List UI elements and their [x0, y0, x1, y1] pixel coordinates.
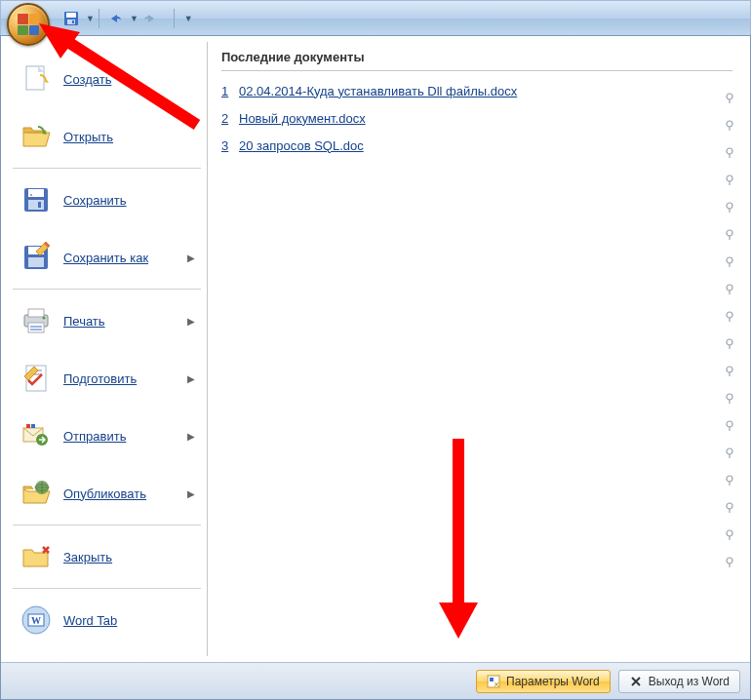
svg-text:W: W [31, 615, 41, 626]
pin-icon[interactable] [721, 139, 738, 167]
svg-rect-26 [26, 424, 30, 428]
menu-item-print[interactable]: Печать ▶ [10, 292, 204, 349]
menu-item-save-as[interactable]: Сохранить как ▶ [10, 229, 204, 286]
pin-icon[interactable] [721, 358, 738, 385]
svg-point-59 [727, 448, 732, 454]
svg-line-71 [60, 37, 197, 125]
office-menu: Создать Открыть Сохранить Сохранить как [0, 35, 751, 700]
prepare-icon [20, 363, 52, 394]
svg-point-18 [43, 317, 46, 320]
save-disk-icon [20, 184, 52, 215]
svg-point-35 [727, 121, 732, 127]
pin-icon[interactable] [721, 276, 738, 303]
publish-icon [20, 478, 52, 509]
print-icon [20, 305, 52, 336]
button-label: Выход из Word [649, 675, 730, 688]
svg-rect-9 [28, 200, 44, 210]
menu-item-prepare[interactable]: Подготовить ▶ [10, 350, 204, 407]
close-folder-icon [20, 541, 52, 572]
svg-point-33 [727, 94, 732, 99]
svg-point-37 [727, 148, 732, 154]
svg-point-57 [727, 421, 732, 427]
pin-icon[interactable] [721, 385, 738, 412]
svg-point-61 [727, 476, 732, 482]
menu-item-word-tab[interactable]: W Word Tab [10, 592, 204, 648]
svg-point-43 [727, 230, 732, 236]
window: ▼ ▼ ▼ Создать Открыть [0, 0, 751, 700]
recent-document-item[interactable]: 2 Новый документ.docx [221, 104, 732, 132]
close-icon [629, 675, 643, 688]
svg-point-49 [727, 312, 732, 318]
svg-point-45 [727, 257, 732, 263]
annotation-arrow-options [429, 439, 488, 643]
pin-icon[interactable] [721, 221, 738, 249]
menu-item-label: Подготовить [63, 371, 137, 386]
menu-item-label: Печать [63, 314, 105, 329]
button-label: Параметры Word [506, 675, 600, 688]
menu-item-label: Закрыть [63, 550, 112, 564]
pin-icon[interactable] [721, 494, 738, 522]
menu-item-label: Word Tab [63, 613, 117, 628]
pin-icon[interactable] [721, 249, 738, 276]
word-options-button[interactable]: Параметры Word [476, 670, 611, 693]
submenu-arrow-icon: ▶ [187, 488, 195, 499]
svg-point-67 [727, 558, 732, 564]
submenu-arrow-icon: ▶ [187, 253, 195, 263]
pin-icon[interactable] [721, 522, 738, 549]
pin-icon[interactable] [721, 112, 738, 139]
svg-rect-27 [31, 424, 35, 428]
pin-icon[interactable] [721, 549, 738, 576]
exit-word-button[interactable]: Выход из Word [618, 670, 740, 693]
svg-point-11 [30, 194, 32, 196]
svg-point-39 [727, 175, 732, 181]
pin-icon[interactable] [721, 85, 738, 112]
annotation-arrow-office-button [31, 18, 207, 135]
recent-document-item[interactable]: 3 20 запросов SQL.doc [221, 132, 732, 159]
svg-rect-14 [28, 257, 44, 267]
svg-point-63 [727, 503, 732, 509]
pin-icon[interactable] [721, 303, 738, 331]
menu-item-label: Отправить [63, 429, 126, 444]
svg-marker-74 [439, 603, 478, 639]
menu-item-save[interactable]: Сохранить [10, 172, 204, 228]
options-icon [487, 675, 500, 688]
word-tab-icon: W [20, 604, 52, 636]
svg-point-41 [727, 203, 732, 209]
pin-icon[interactable] [721, 167, 738, 194]
svg-point-51 [727, 339, 732, 345]
menu-item-publish[interactable]: Опубликовать ▶ [10, 465, 204, 522]
menu-item-label: Сохранить как [63, 251, 148, 265]
svg-point-53 [727, 367, 732, 372]
submenu-arrow-icon: ▶ [187, 431, 195, 442]
pin-icon[interactable] [721, 331, 738, 358]
recent-documents-title: Последние документы [221, 50, 732, 71]
save-as-icon [20, 242, 52, 273]
pin-icon[interactable] [721, 467, 738, 494]
menu-item-label: Опубликовать [63, 486, 146, 501]
svg-rect-16 [28, 309, 44, 317]
svg-point-55 [727, 394, 732, 400]
pin-icon[interactable] [721, 412, 738, 440]
send-icon [20, 420, 52, 451]
svg-rect-70 [490, 678, 494, 681]
pin-icon[interactable] [721, 440, 738, 467]
svg-point-47 [727, 285, 732, 291]
submenu-arrow-icon: ▶ [187, 373, 195, 384]
svg-rect-10 [38, 202, 41, 208]
pin-icon[interactable] [721, 194, 738, 221]
recent-document-item[interactable]: 1 02.04.2014-Куда устанавливать Dll файл… [221, 77, 732, 104]
menu-item-close[interactable]: Закрыть [10, 528, 204, 585]
svg-rect-8 [28, 189, 44, 197]
submenu-arrow-icon: ▶ [187, 316, 195, 327]
menu-footer: Параметры Word Выход из Word [1, 662, 750, 699]
menu-item-send[interactable]: Отправить ▶ [10, 408, 204, 464]
svg-rect-1 [66, 13, 76, 18]
svg-point-65 [727, 530, 732, 536]
menu-item-label: Сохранить [63, 193, 127, 208]
svg-rect-17 [28, 323, 44, 332]
